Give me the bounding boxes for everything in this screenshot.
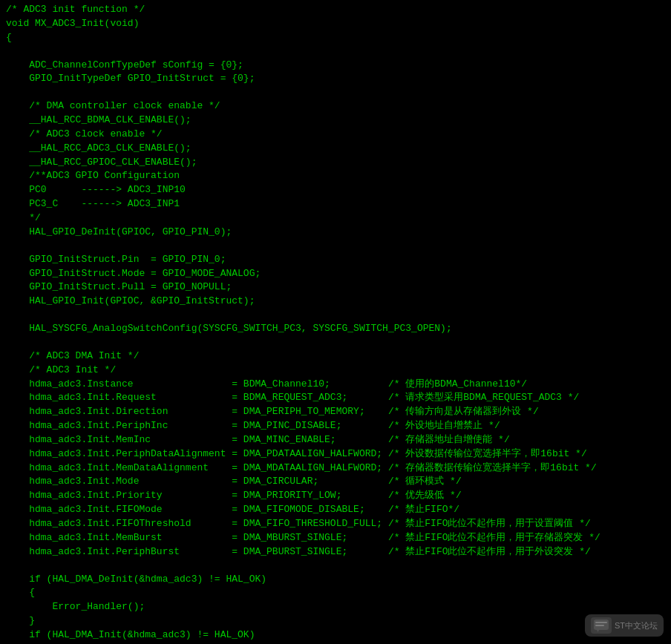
code-text: Error_Handler(); bbox=[6, 600, 665, 614]
code-text: GPIO_InitStruct.Mode = GPIO_MODE_ANALOG; bbox=[6, 267, 665, 281]
code-line: if (HAL_DMA_Init(&hdma_adc3) != HAL_OK) bbox=[0, 628, 671, 643]
code-text: HAL_GPIO_DeInit(GPIOC, GPIO_PIN_0); bbox=[6, 226, 665, 240]
code-text: hdma_adc3.Init.MemBurst = DMA_MBURST_SIN… bbox=[6, 531, 665, 545]
watermark-bubble: ST中文论坛 bbox=[585, 614, 664, 637]
forum-icon bbox=[591, 617, 612, 634]
code-line: __HAL_RCC_GPIOC_CLK_ENABLE(); bbox=[0, 156, 671, 170]
code-line: ADC_ChannelConfTypeDef sConfig = {0}; bbox=[0, 59, 671, 73]
code-text: if (HAL_DMA_Init(&hdma_adc3) != HAL_OK) bbox=[6, 628, 665, 643]
code-text: if (HAL_DMA_DeInit(&hdma_adc3) != HAL_OK… bbox=[6, 573, 665, 587]
code-text: PC3_C ------> ADC3_INP1 bbox=[6, 197, 665, 211]
code-line: HAL_GPIO_Init(GPIOC, &GPIO_InitStruct); bbox=[0, 295, 671, 309]
code-line: hdma_adc3.Init.Priority = DMA_PRIORITY_L… bbox=[0, 489, 671, 503]
code-text: hdma_adc3.Init.MemDataAlignment = DMA_MD… bbox=[6, 461, 665, 476]
code-text: ADC_ChannelConfTypeDef sConfig = {0}; bbox=[6, 59, 665, 73]
code-line bbox=[0, 240, 671, 253]
code-line: */ bbox=[0, 211, 671, 226]
code-line: /* ADC3 Init */ bbox=[0, 364, 671, 378]
code-line: { bbox=[0, 31, 671, 45]
code-line: hdma_adc3.Init.FIFOThreshold = DMA_FIFO_… bbox=[0, 517, 671, 531]
code-text: GPIO_InitTypeDef GPIO_InitStruct = {0}; bbox=[6, 72, 665, 86]
code-line: HAL_SYSCFG_AnalogSwitchConfig(SYSCFG_SWI… bbox=[0, 322, 671, 336]
code-line: { bbox=[0, 586, 671, 600]
code-line bbox=[0, 86, 671, 99]
code-line: /**ADC3 GPIO Configuration bbox=[0, 169, 671, 183]
code-line: GPIO_InitStruct.Mode = GPIO_MODE_ANALOG; bbox=[0, 267, 671, 281]
code-text: hdma_adc3.Init.Priority = DMA_PRIORITY_L… bbox=[6, 489, 665, 503]
code-text: GPIO_InitStruct.Pin = GPIO_PIN_0; bbox=[6, 253, 665, 267]
code-line: /* ADC3 clock enable */ bbox=[0, 128, 671, 142]
code-line: PC0 ------> ADC3_INP10 bbox=[0, 183, 671, 197]
code-line: PC3_C ------> ADC3_INP1 bbox=[0, 197, 671, 211]
code-line: GPIO_InitStruct.Pull = GPIO_NOPULL; bbox=[0, 280, 671, 295]
code-text: hdma_adc3.Init.MemInc = DMA_MINC_ENABLE;… bbox=[6, 433, 665, 447]
code-line: hdma_adc3.Init.Request = BDMA_REQUEST_AD… bbox=[0, 391, 671, 405]
code-line: hdma_adc3.Init.FIFOMode = DMA_FIFOMODE_D… bbox=[0, 503, 671, 517]
code-text: { bbox=[6, 31, 665, 45]
code-text: { bbox=[6, 586, 665, 600]
code-text: hdma_adc3.Init.FIFOThreshold = DMA_FIFO_… bbox=[6, 517, 665, 531]
code-text: __HAL_RCC_GPIOC_CLK_ENABLE(); bbox=[6, 156, 665, 170]
code-text: } bbox=[6, 614, 665, 628]
code-line bbox=[0, 559, 671, 573]
code-line: hdma_adc3.Init.MemBurst = DMA_MBURST_SIN… bbox=[0, 531, 671, 545]
code-line: } bbox=[0, 614, 671, 628]
code-text: __HAL_RCC_BDMA_CLK_ENABLE(); bbox=[6, 114, 665, 128]
code-line: /* ADC3 init function */ bbox=[0, 3, 671, 17]
code-line bbox=[0, 336, 671, 349]
svg-marker-3 bbox=[597, 630, 599, 632]
svg-rect-2 bbox=[595, 625, 604, 626]
code-line: __HAL_RCC_ADC3_CLK_ENABLE(); bbox=[0, 142, 671, 156]
code-text: /* ADC3 clock enable */ bbox=[6, 128, 665, 142]
code-text: hdma_adc3.Init.PeriphDataAlignment = DMA… bbox=[6, 447, 665, 461]
code-line bbox=[0, 309, 671, 322]
code-text: hdma_adc3.Init.PeriphInc = DMA_PINC_DISA… bbox=[6, 419, 665, 433]
code-line: hdma_adc3.Init.MemDataAlignment = DMA_MD… bbox=[0, 461, 671, 476]
code-text: hdma_adc3.Init.PeriphBurst = DMA_PBURST_… bbox=[6, 545, 665, 559]
code-text: HAL_SYSCFG_AnalogSwitchConfig(SYSCFG_SWI… bbox=[6, 322, 665, 336]
code-text: PC0 ------> ADC3_INP10 bbox=[6, 183, 665, 197]
code-text: GPIO_InitStruct.Pull = GPIO_NOPULL; bbox=[6, 280, 665, 295]
watermark-label: ST中文论坛 bbox=[615, 620, 658, 631]
code-text: /* ADC3 Init */ bbox=[6, 364, 665, 378]
code-line: /* ADC3 DMA Init */ bbox=[0, 349, 671, 364]
code-text: hdma_adc3.Init.FIFOMode = DMA_FIFOMODE_D… bbox=[6, 503, 665, 517]
code-line: hdma_adc3.Instance = BDMA_Channel10; /* … bbox=[0, 378, 671, 392]
code-line: hdma_adc3.Init.PeriphInc = DMA_PINC_DISA… bbox=[0, 419, 671, 433]
code-line: void MX_ADC3_Init(void) bbox=[0, 17, 671, 31]
code-text: hdma_adc3.Instance = BDMA_Channel10; /* … bbox=[6, 378, 665, 392]
code-line: hdma_adc3.Init.Mode = DMA_CIRCULAR; /* 循… bbox=[0, 475, 671, 489]
code-line: GPIO_InitTypeDef GPIO_InitStruct = {0}; bbox=[0, 72, 671, 86]
code-line: Error_Handler(); bbox=[0, 600, 671, 614]
code-text: /* DMA controller clock enable */ bbox=[6, 99, 665, 114]
code-line: hdma_adc3.Init.PeriphDataAlignment = DMA… bbox=[0, 447, 671, 461]
code-line: GPIO_InitStruct.Pin = GPIO_PIN_0; bbox=[0, 253, 671, 267]
code-line: hdma_adc3.Init.PeriphBurst = DMA_PBURST_… bbox=[0, 545, 671, 559]
code-text: hdma_adc3.Init.Mode = DMA_CIRCULAR; /* 循… bbox=[6, 475, 665, 489]
code-text: hdma_adc3.Init.Direction = DMA_PERIPH_TO… bbox=[6, 405, 665, 419]
code-text: void MX_ADC3_Init(void) bbox=[6, 17, 665, 31]
svg-rect-1 bbox=[595, 622, 607, 623]
code-text: /**ADC3 GPIO Configuration bbox=[6, 169, 665, 183]
code-line bbox=[0, 45, 671, 59]
code-text: HAL_GPIO_Init(GPIOC, &GPIO_InitStruct); bbox=[6, 295, 665, 309]
code-line: HAL_GPIO_DeInit(GPIOC, GPIO_PIN_0); bbox=[0, 226, 671, 240]
code-line: __HAL_RCC_BDMA_CLK_ENABLE(); bbox=[0, 114, 671, 128]
code-text: /* ADC3 DMA Init */ bbox=[6, 349, 665, 364]
code-line: if (HAL_DMA_DeInit(&hdma_adc3) != HAL_OK… bbox=[0, 573, 671, 587]
code-line: hdma_adc3.Init.Direction = DMA_PERIPH_TO… bbox=[0, 405, 671, 419]
code-line: hdma_adc3.Init.MemInc = DMA_MINC_ENABLE;… bbox=[0, 433, 671, 447]
code-container: /* ADC3 init function */void MX_ADC3_Ini… bbox=[0, 0, 671, 644]
watermark[interactable]: ST中文论坛 bbox=[585, 614, 664, 637]
code-text: __HAL_RCC_ADC3_CLK_ENABLE(); bbox=[6, 142, 665, 156]
code-line: /* DMA controller clock enable */ bbox=[0, 99, 671, 114]
code-text: hdma_adc3.Init.Request = BDMA_REQUEST_AD… bbox=[6, 391, 665, 405]
code-text: */ bbox=[6, 211, 665, 226]
code-text: /* ADC3 init function */ bbox=[6, 3, 665, 17]
